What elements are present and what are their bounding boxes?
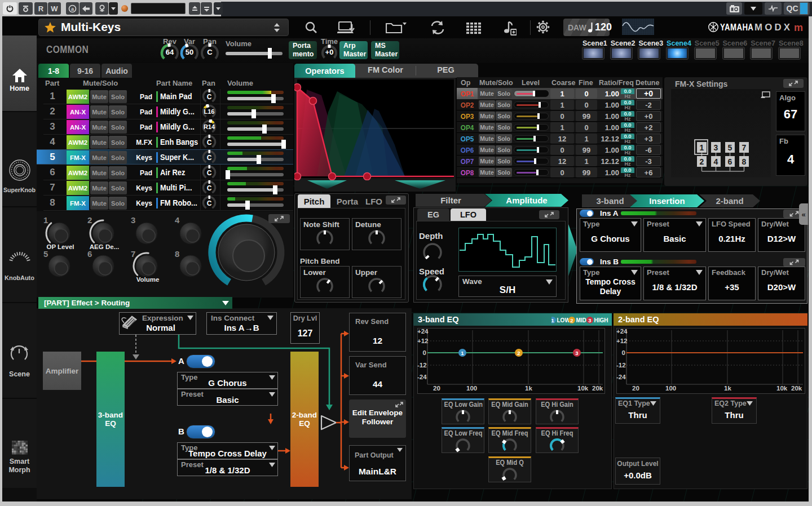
svg-text:a: a	[71, 6, 74, 12]
svg-text:HIGH: HIGH	[594, 317, 608, 323]
svg-text:7: 7	[742, 143, 747, 152]
svg-text:3: 3	[588, 317, 591, 323]
svg-text:6: 6	[728, 157, 732, 166]
svg-text:3: 3	[714, 143, 718, 152]
svg-text:8: 8	[742, 157, 747, 166]
svg-text:3: 3	[575, 350, 578, 356]
svg-text:MID: MID	[576, 317, 586, 323]
svg-text:4: 4	[714, 157, 718, 166]
svg-text:2: 2	[700, 157, 704, 166]
svg-text:LOW: LOW	[557, 317, 571, 323]
svg-text:2: 2	[570, 317, 573, 323]
svg-text:1: 1	[700, 143, 704, 152]
svg-text:1: 1	[461, 350, 464, 356]
svg-text:1: 1	[551, 317, 554, 323]
svg-text:2: 2	[517, 350, 520, 356]
svg-text:5: 5	[728, 143, 732, 152]
